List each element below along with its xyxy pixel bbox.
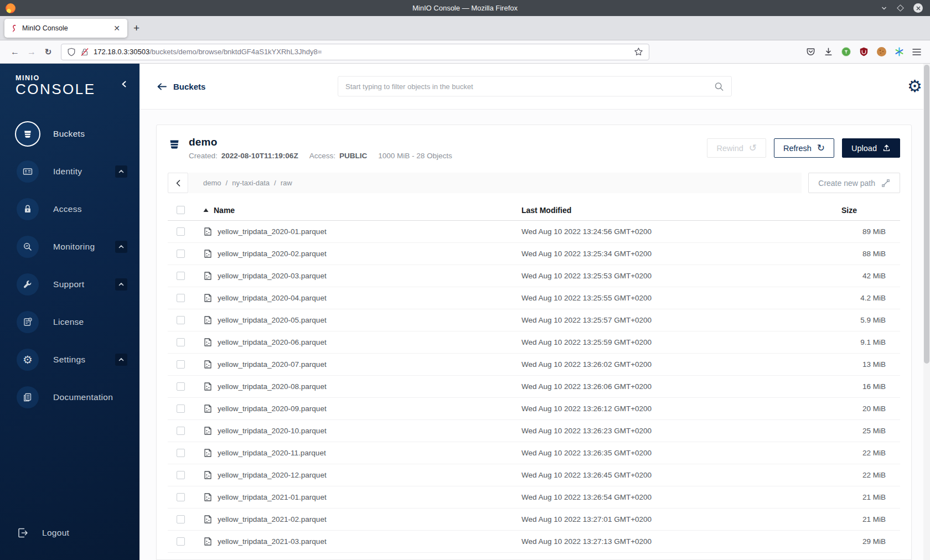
settings-gear-icon[interactable]: ⚙ [907,78,922,95]
table-row[interactable]: yellow_tripdata_2020-12.parquet Wed Aug … [168,464,900,486]
row-checkbox[interactable] [177,515,185,523]
object-name[interactable]: yellow_tripdata_2020-09.parquet [218,405,327,413]
row-checkbox[interactable] [177,471,185,479]
row-checkbox[interactable] [177,250,185,258]
row-checkbox[interactable] [177,227,185,236]
object-name[interactable]: yellow_tripdata_2021-02.parquet [218,515,327,523]
column-header-size[interactable]: Size [830,206,900,215]
sidebar-item-settings[interactable]: ⚙ Settings [0,341,140,378]
row-checkbox[interactable] [177,316,185,324]
window-minimize-button[interactable] [881,5,887,12]
column-header-modified[interactable]: Last Modified [521,206,830,215]
sidebar-item-monitoring[interactable]: Monitoring [0,228,140,266]
sort-ascending-icon[interactable] [203,208,209,212]
sidebar-item-access[interactable]: Access [0,190,140,228]
cookie-extension-icon[interactable] [877,47,886,56]
sidebar-item-buckets[interactable]: Buckets [0,115,140,153]
object-name[interactable]: yellow_tripdata_2020-06.parquet [218,338,327,346]
table-row[interactable]: yellow_tripdata_2020-05.parquet Wed Aug … [168,309,900,331]
table-row[interactable]: yellow_tripdata_2020-11.parquet Wed Aug … [168,442,900,464]
object-name[interactable]: yellow_tripdata_2020-10.parquet [218,427,327,435]
create-new-path-button[interactable]: Create new path [808,173,900,193]
sidebar-item-support[interactable]: Support [0,266,140,303]
sidebar-item-logout[interactable]: Logout [0,516,140,549]
sidebar-item-license[interactable]: License [0,303,140,341]
ublock-origin-icon[interactable] [859,47,869,56]
object-name[interactable]: yellow_tripdata_2020-01.parquet [218,227,327,236]
bookmark-star-icon[interactable] [634,47,643,56]
chevron-up-icon[interactable] [115,165,127,178]
back-to-buckets-link[interactable]: Buckets [157,82,205,91]
sidebar-item-documentation[interactable]: Documentation [0,378,140,416]
table-row[interactable]: yellow_tripdata_2021-03.parquet Wed Aug … [168,531,900,553]
table-row[interactable]: yellow_tripdata_2020-03.parquet Wed Aug … [168,265,900,287]
object-size: 21 MiB [830,515,900,523]
table-row[interactable]: yellow_tripdata_2020-02.parquet Wed Aug … [168,243,900,265]
tracking-shield-icon[interactable] [67,48,76,56]
select-all-checkbox[interactable] [177,206,185,214]
table-row[interactable]: yellow_tripdata_2020-08.parquet Wed Aug … [168,376,900,398]
green-extension-icon[interactable] [841,47,851,56]
table-row[interactable]: yellow_tripdata_2020-07.parquet Wed Aug … [168,354,900,376]
row-checkbox[interactable] [177,382,185,391]
upload-button[interactable]: Upload [842,138,900,158]
row-checkbox[interactable] [177,493,185,501]
row-checkbox[interactable] [177,537,185,546]
breadcrumb-segment[interactable]: demo [203,179,221,187]
application-menu-icon[interactable] [912,48,921,56]
table-row[interactable]: yellow_tripdata_2021-02.parquet Wed Aug … [168,509,900,531]
window-close-button[interactable] [913,3,923,13]
table-row[interactable]: yellow_tripdata_2020-09.parquet Wed Aug … [168,398,900,420]
sparkle-extension-icon[interactable] [895,47,904,56]
row-checkbox[interactable] [177,360,185,369]
insecure-lock-icon[interactable] [80,48,89,56]
column-header-name[interactable]: Name [214,206,235,215]
object-name[interactable]: yellow_tripdata_2021-03.parquet [218,537,327,546]
row-checkbox[interactable] [177,272,185,280]
table-row[interactable]: yellow_tripdata_2020-04.parquet Wed Aug … [168,287,900,309]
browser-forward-button[interactable]: → [23,44,40,60]
downloads-icon[interactable] [824,47,833,56]
page-scrollbar[interactable] [923,64,930,560]
browser-reload-button[interactable]: ↻ [40,44,56,60]
path-back-button[interactable] [168,173,188,193]
tab-minio-console[interactable]: MinIO Console ✕ [4,19,127,38]
pocket-icon[interactable] [806,47,815,56]
row-checkbox[interactable] [177,427,185,435]
object-name[interactable]: yellow_tripdata_2020-11.parquet [218,449,326,457]
object-name[interactable]: yellow_tripdata_2020-12.parquet [218,471,327,479]
refresh-button[interactable]: Refresh ↻ [774,138,834,158]
url-bar[interactable]: 172.18.0.3:30503/buckets/demo/browse/bnk… [61,44,649,60]
chevron-up-icon[interactable] [115,241,127,253]
search-input[interactable] [345,82,714,91]
table-row[interactable]: yellow_tripdata_2020-01.parquet Wed Aug … [168,221,900,243]
scrollbar-thumb[interactable] [924,65,929,364]
tab-close-icon[interactable]: ✕ [111,23,123,34]
row-checkbox[interactable] [177,294,185,302]
object-name[interactable]: yellow_tripdata_2020-08.parquet [218,382,327,391]
object-name[interactable]: yellow_tripdata_2020-04.parquet [218,294,327,302]
object-name[interactable]: yellow_tripdata_2020-03.parquet [218,272,327,280]
breadcrumb-segment[interactable]: ny-taxi-data [232,179,270,187]
object-name[interactable]: yellow_tripdata_2020-02.parquet [218,250,327,258]
breadcrumb-segment[interactable]: raw [281,179,292,187]
object-name[interactable]: yellow_tripdata_2020-07.parquet [218,360,327,369]
row-checkbox[interactable] [177,449,185,457]
table-row[interactable]: yellow_tripdata_2021-01.parquet Wed Aug … [168,486,900,509]
sidebar-collapse-icon[interactable] [121,80,127,88]
chevron-up-icon[interactable] [115,354,127,366]
rewind-button[interactable]: Rewind ↺ [707,138,766,158]
window-maximize-button[interactable] [897,4,904,12]
table-row[interactable]: yellow_tripdata_2020-10.parquet Wed Aug … [168,420,900,442]
row-checkbox[interactable] [177,405,185,413]
object-name[interactable]: yellow_tripdata_2021-01.parquet [218,493,327,501]
browser-back-button[interactable]: ← [7,44,23,60]
access-value[interactable]: PUBLIC [339,152,367,160]
object-name[interactable]: yellow_tripdata_2020-05.parquet [218,316,327,324]
object-filter-search[interactable] [338,76,732,97]
new-tab-button[interactable]: + [127,22,146,34]
chevron-up-icon[interactable] [115,278,127,291]
table-row[interactable]: yellow_tripdata_2020-06.parquet Wed Aug … [168,331,900,354]
sidebar-item-identity[interactable]: Identity [0,153,140,190]
row-checkbox[interactable] [177,338,185,346]
